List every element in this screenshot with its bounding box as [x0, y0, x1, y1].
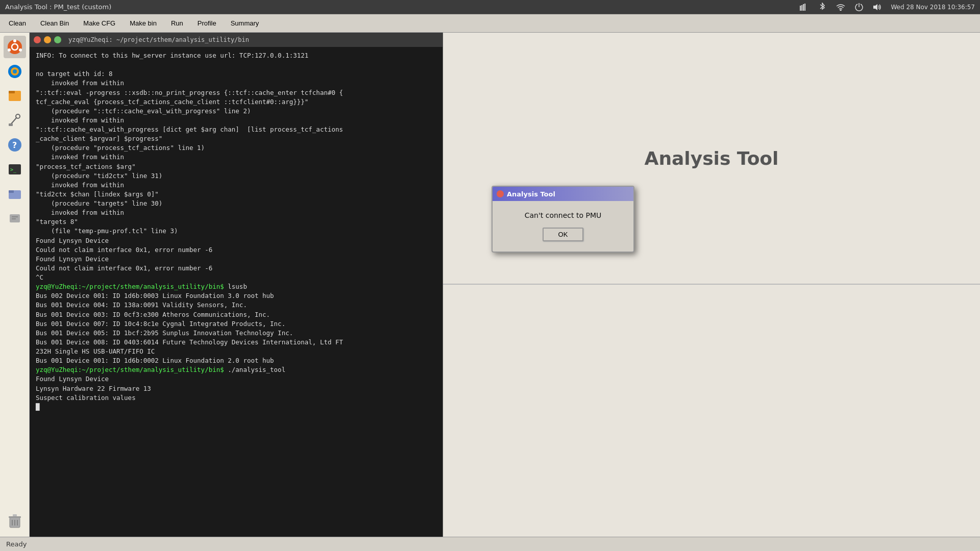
terminal-line: "process_tcf_actions $arg": [36, 163, 136, 170]
make-bin-button[interactable]: Make bin: [123, 17, 163, 29]
sidebar: ? >_: [0, 33, 30, 537]
sidebar-icon-firefox[interactable]: [4, 60, 26, 83]
terminal-line: "::tcf::cache_eval_with_progress [dict g…: [36, 126, 343, 133]
svg-rect-16: [9, 91, 15, 93]
svg-rect-3: [804, 4, 805, 11]
terminal-line: (procedure "tid2ctx" line 31): [36, 172, 162, 180]
sidebar-icon-ubuntu[interactable]: [4, 36, 26, 58]
terminal-cmd: ./analysis_tool: [224, 366, 285, 373]
statusbar: Ready: [0, 537, 980, 551]
terminal-line: Could not claim interface 0x1, error num…: [36, 264, 212, 272]
svg-rect-27: [12, 216, 18, 217]
svg-point-11: [8, 48, 11, 52]
svg-rect-2: [803, 4, 804, 11]
dialog-close-button[interactable]: [497, 190, 504, 197]
make-cfg-button[interactable]: Make CFG: [77, 17, 122, 29]
terminal-line: Found Lynsyn Device: [36, 255, 109, 263]
svg-text:?: ?: [12, 140, 17, 150]
terminal-line: no target with id: 8: [36, 70, 113, 78]
terminal-line: INFO: To connect to this hw_server insta…: [36, 52, 308, 59]
network-icon: [799, 2, 809, 12]
terminal-prompt: yzq@YuZheqi:~/project/sthem/analysis_uti…: [36, 366, 224, 373]
datetime: Wed 28 Nov 2018 10:36:57: [891, 4, 975, 11]
dialog-title: Analysis Tool: [507, 190, 555, 198]
terminal-line: (procedure "targets" line 30): [36, 199, 162, 207]
terminal-line: Found Lynsyn Device: [36, 237, 109, 244]
svg-rect-31: [13, 514, 17, 516]
svg-point-9: [13, 39, 16, 42]
sidebar-icon-tools[interactable]: [4, 109, 26, 132]
terminal-line: invoked from within: [36, 181, 124, 189]
svg-point-14: [13, 69, 17, 73]
dialog-body: Can't connect to PMU OK: [493, 201, 633, 252]
sidebar-icon-disk[interactable]: [4, 207, 26, 230]
terminal-line: Could not claim interface 0x1, error num…: [36, 246, 212, 254]
svg-rect-30: [9, 516, 21, 518]
dialog-titlebar: Analysis Tool: [493, 187, 633, 201]
terminal-line: "targets 8": [36, 218, 78, 226]
analysis-tool-title: Analysis Tool: [645, 148, 779, 169]
sidebar-icon-files[interactable]: [4, 85, 26, 107]
terminal-line: tcf_cache_eval {process_tcf_actions_cach…: [36, 98, 308, 106]
svg-rect-1: [801, 5, 802, 11]
terminal-line: ^C: [36, 273, 43, 281]
terminal-content[interactable]: INFO: To connect to this hw_server insta…: [30, 47, 443, 537]
terminal-container: yzq@YuZheqi: ~/project/sthem/analysis_ut…: [30, 33, 443, 537]
terminal-path: yzq@YuZheqi: ~/project/sthem/analysis_ut…: [68, 36, 249, 43]
terminal-line: Lynsyn Hardware 22 Firmware 13: [36, 385, 151, 392]
terminal-line: Bus 002 Device 001: ID 1d6b:0003 Linux F…: [36, 292, 274, 299]
svg-point-18: [16, 114, 20, 118]
svg-marker-6: [873, 4, 877, 10]
terminal-line: Bus 001 Device 005: ID 1bcf:2b95 Sunplus…: [36, 329, 293, 337]
terminal-cursor: █: [36, 403, 40, 411]
profile-button[interactable]: Profile: [191, 17, 223, 29]
terminal-cmd: lsusb: [224, 283, 247, 290]
terminal-line: (procedure "process_tcf_actions" line 1): [36, 144, 205, 152]
terminal-line: Suspect calibration values: [36, 394, 136, 402]
dialog-message: Can't connect to PMU: [501, 211, 625, 219]
terminal-line: Bus 001 Device 001: ID 1d6b:0002 Linux F…: [36, 357, 274, 364]
dialog-ok-button[interactable]: OK: [543, 228, 583, 241]
sidebar-icon-folder[interactable]: [4, 183, 26, 205]
svg-point-4: [840, 10, 841, 11]
terminal-line: Bus 001 Device 004: ID 138a:0091 Validit…: [36, 301, 247, 309]
terminal-line: "tid2ctx $chan [lindex $args 0]": [36, 190, 159, 198]
bluetooth-icon: [817, 2, 827, 12]
status-text: Ready: [6, 540, 27, 548]
terminal-titlebar: yzq@YuZheqi: ~/project/sthem/analysis_ut…: [30, 33, 443, 47]
terminal-maximize-button[interactable]: [54, 36, 61, 43]
titlebar-right: Wed 28 Nov 2018 10:36:57: [799, 2, 975, 12]
clean-button[interactable]: Clean: [2, 17, 33, 29]
dialog: Analysis Tool Can't connect to PMU OK: [492, 186, 634, 253]
terminal-line: invoked from within: [36, 209, 124, 216]
terminal-minimize-button[interactable]: [44, 36, 51, 43]
terminal-line: Bus 001 Device 007: ID 10c4:8c1e Cygnal …: [36, 320, 285, 328]
sidebar-icon-help[interactable]: ?: [4, 134, 26, 156]
wifi-icon: [836, 2, 846, 12]
terminal-line: Bus 001 Device 008: ID 0403:6014 Future …: [36, 338, 343, 346]
terminal-line: _cache_client $argvar] $progress": [36, 135, 162, 142]
terminal-line: Bus 001 Device 003: ID 0cf3:e300 Atheros…: [36, 311, 270, 318]
terminal-line: invoked from within: [36, 153, 124, 161]
svg-rect-19: [9, 123, 13, 126]
toolbar: Clean Clean Bin Make CFG Make bin Run Pr…: [0, 14, 980, 33]
clean-bin-button[interactable]: Clean Bin: [34, 17, 76, 29]
terminal-prompt: yzq@YuZheqi:~/project/sthem/analysis_uti…: [36, 283, 224, 290]
terminal-line: invoked from within: [36, 79, 124, 87]
terminal-close-button[interactable]: [34, 36, 41, 43]
svg-rect-25: [9, 190, 14, 193]
right-panel: Analysis Tool Analysis Tool Can't connec…: [443, 33, 980, 537]
sidebar-icon-terminal[interactable]: >_: [4, 158, 26, 181]
terminal-line: invoked from within: [36, 116, 124, 124]
sidebar-icon-trash[interactable]: [4, 510, 26, 533]
right-panel-bottom: [443, 285, 980, 537]
svg-text:>_: >_: [10, 167, 17, 173]
titlebar-title: Analysis Tool : PM_test (custom): [5, 3, 111, 11]
run-button[interactable]: Run: [164, 17, 190, 29]
terminal-line: (file "temp-pmu-prof.tcl" line 3): [36, 227, 178, 235]
terminal-line: 232H Single HS USB-UART/FIFO IC: [36, 347, 155, 355]
power-icon: [854, 2, 864, 12]
terminal-line: (procedure "::tcf::cache_eval_with_progr…: [36, 107, 251, 115]
svg-point-10: [19, 48, 22, 52]
summary-button[interactable]: Summary: [224, 17, 266, 29]
